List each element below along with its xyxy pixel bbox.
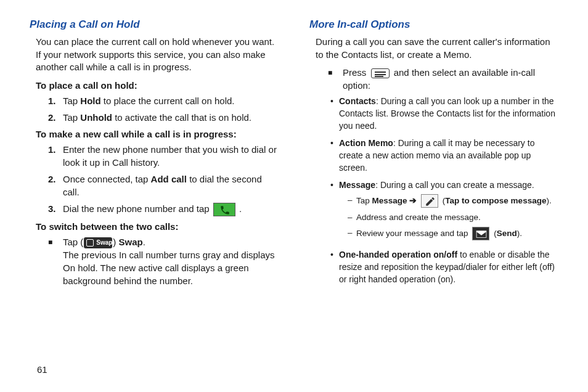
left-column: Placing a Call on Hold You can place the… [30,18,279,291]
options-bullet-list: • Contacts: During a call you can look u… [330,96,558,285]
bullet-icon: • [330,249,339,286]
step-item: 3. Dial the new phone number and tap . [48,202,279,216]
step-item: 2. Once connected, tap Add call to dial … [48,173,279,198]
swap-instruction: ■ Tap (Swap) Swap. The previous In call … [48,235,279,287]
phone-call-icon [213,203,235,216]
step-text: Once connected, tap Add call to dial the… [63,173,279,198]
step-text: Enter the new phone number that you wish… [63,143,279,169]
subheading-new-call: To make a new call while a call is in pr… [36,129,279,139]
compose-icon [421,194,438,208]
dash-icon: – [348,227,356,240]
subheading-switch: To switch between the two calls: [36,221,279,232]
dash-item: – Address and create the message. [348,211,558,224]
bullet-icon: • [330,137,339,174]
list-item: • Action Memo: During a call it may be n… [330,137,558,174]
subheading-place-hold: To place a call on hold: [36,80,279,91]
menu-icon [371,68,390,78]
list-item: • Contacts: During a call you can look u… [330,96,558,133]
message-sub-steps: – Tap Message ➔ (Tap to compose message)… [348,194,558,241]
step-text: Tap Hold to place the current call on ho… [63,94,234,107]
step-number: 3. [48,202,63,216]
swap-text: Tap (Swap) Swap. The previous In call nu… [63,235,279,287]
square-bullet-icon: ■ [328,66,343,92]
dash-icon: – [348,211,356,224]
intro-paragraph: You can place the current call on hold w… [36,36,279,74]
steps-new-call: 1. Enter the new phone number that you w… [48,143,279,216]
list-item: • One-handed operation on/off to enable … [330,249,558,286]
list-item: • Message: During a call you can create … [330,179,558,244]
dash-item: – Review your message and tap (Send). [348,227,558,240]
send-envelope-icon [472,227,489,240]
step-text: Dial the new phone number and tap . [63,202,242,216]
intro-paragraph: During a call you can save the current c… [316,36,558,61]
two-column-layout: Placing a Call on Hold You can place the… [30,18,558,291]
step-number: 2. [48,173,63,198]
right-column: More In-call Options During a call you c… [309,18,558,291]
dash-item: – Tap Message ➔ (Tap to compose message)… [348,194,558,208]
step-number: 1. [48,143,63,169]
press-text: Press and then select an available in-ca… [343,66,558,92]
press-instruction: ■ Press and then select an available in-… [328,66,558,92]
step-item: 1. Tap Hold to place the current call on… [48,94,279,107]
step-number: 2. [48,111,63,124]
section-heading-hold: Placing a Call on Hold [30,18,279,31]
bullet-icon: • [330,179,339,244]
bullet-icon: • [330,96,339,133]
step-item: 1. Enter the new phone number that you w… [48,143,279,169]
square-bullet-icon: ■ [48,235,63,287]
steps-place-hold: 1. Tap Hold to place the current call on… [48,94,279,124]
step-text: Tap Unhold to activate the call that is … [63,111,251,124]
page-number: 61 [37,364,47,375]
dash-icon: – [348,194,356,208]
swap-icon: Swap [84,237,112,248]
section-heading-more-options: More In-call Options [309,18,558,31]
step-item: 2. Tap Unhold to activate the call that … [48,111,279,124]
step-number: 1. [48,94,63,107]
